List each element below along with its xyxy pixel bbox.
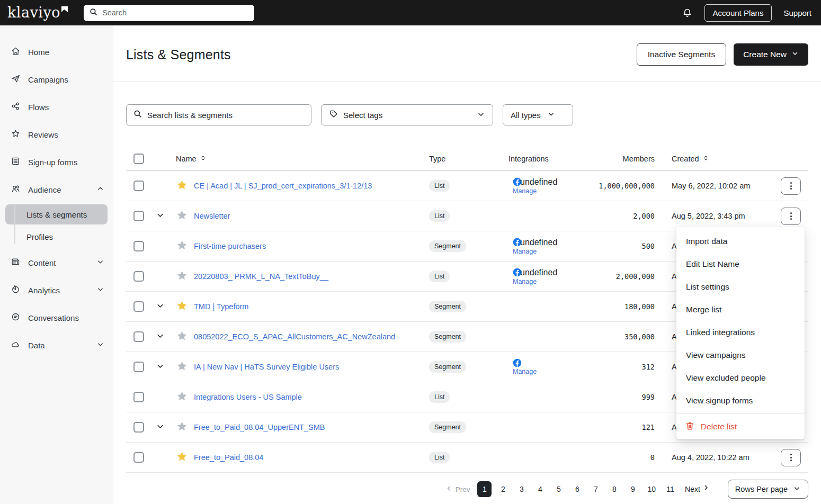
rows-per-page-button[interactable]: Rows Per page <box>728 480 808 499</box>
pagination-page-10[interactable]: 10 <box>644 481 659 497</box>
row-checkbox[interactable] <box>133 241 144 251</box>
column-header-created[interactable]: Created <box>672 155 699 163</box>
sidebar-subitem-lists-segments[interactable]: Lists & segments <box>5 204 108 224</box>
manage-integrations-link[interactable]: Manage <box>513 368 537 375</box>
pagination-page-8[interactable]: 8 <box>607 481 621 497</box>
expand-chevron-icon[interactable] <box>156 211 165 222</box>
sidebar-item-home[interactable]: Home <box>0 38 113 66</box>
row-checkbox[interactable] <box>133 271 144 282</box>
menu-item-import-data[interactable]: Import data <box>676 230 805 253</box>
list-name-link[interactable]: 20220803_ PRMK_L_NA_TextToBuy__ <box>194 272 429 281</box>
column-header-type[interactable]: Type <box>429 155 508 163</box>
menu-item-list-settings[interactable]: List settings <box>676 275 805 298</box>
sidebar-item-data[interactable]: Data <box>0 331 113 359</box>
select-all-checkbox[interactable] <box>133 154 144 164</box>
sort-icon[interactable] <box>702 155 709 163</box>
row-context-menu: Import dataEdit List NameList settingsMe… <box>676 227 805 439</box>
table-row: CE | Acad | JL | SJ_prod_cert_expiration… <box>126 171 808 201</box>
pagination-next[interactable]: Next <box>685 485 711 494</box>
pagination-page-7[interactable]: 7 <box>588 481 603 497</box>
sidebar-item-sign-up-forms[interactable]: Sign-up forms <box>0 148 113 176</box>
select-tags-dropdown[interactable]: Select tags <box>321 104 493 125</box>
sidebar-subitem-label: Lists & segments <box>26 210 87 219</box>
column-header-name[interactable]: Name <box>176 155 197 163</box>
list-name-link[interactable]: First-time purchasers <box>194 242 429 250</box>
list-name-link[interactable]: CE | Acad | JL | SJ_prod_cert_expiration… <box>194 182 429 190</box>
row-actions-kebab-button[interactable] <box>781 177 801 195</box>
facebook-icon <box>513 358 522 367</box>
type-badge: List <box>429 391 450 403</box>
all-types-dropdown[interactable]: All types <box>503 104 573 125</box>
list-name-link[interactable]: 08052022_ECO_S_APAC_AllCustomers_AC_NewZ… <box>194 332 429 341</box>
pagination-page-11[interactable]: 11 <box>663 481 677 497</box>
pagination-page-9[interactable]: 9 <box>626 481 640 497</box>
menu-item-edit-list-name[interactable]: Edit List Name <box>676 253 805 275</box>
menu-item-linked-integrations[interactable]: Linked integrations <box>676 321 805 344</box>
klaviyo-logo-text: klaviyo <box>7 5 60 21</box>
row-checkbox[interactable] <box>133 422 144 433</box>
sidebar-item-audience[interactable]: Audience <box>0 176 113 203</box>
chevron-down-icon <box>791 50 799 59</box>
pagination-page-4[interactable]: 4 <box>533 481 547 497</box>
google-icon: undefined <box>520 268 557 277</box>
menu-item-view-signup-forms[interactable]: View signup forms <box>676 389 805 412</box>
expand-chevron-icon[interactable] <box>156 301 165 312</box>
sidebar-item-analytics[interactable]: Analytics <box>0 276 113 304</box>
notifications-bell-icon[interactable] <box>682 7 693 19</box>
column-header-integrations[interactable]: Integrations <box>508 155 588 163</box>
inactive-segments-button[interactable]: Inactive Segments <box>637 43 727 66</box>
row-checkbox[interactable] <box>133 211 144 221</box>
prev-label: Prev <box>456 485 470 493</box>
pagination-page-1[interactable]: 1 <box>477 481 492 497</box>
sort-icon[interactable] <box>200 155 207 163</box>
pagination-prev[interactable]: Prev <box>445 485 470 493</box>
list-name-link[interactable]: TMD | Typeform <box>194 302 429 311</box>
list-name-link[interactable]: Free_to_Paid_08.04_UpperENT_SMB <box>194 423 429 431</box>
row-actions-kebab-button[interactable] <box>781 449 801 466</box>
pagination-page-2[interactable]: 2 <box>496 481 510 497</box>
sidebar-item-flows[interactable]: Flows <box>0 93 113 121</box>
create-new-button[interactable]: Create New <box>734 43 808 66</box>
integrations-cell: undefinedManage <box>508 268 588 285</box>
sidebar-item-conversations[interactable]: Conversations <box>0 304 113 331</box>
menu-item-merge-list[interactable]: Merge list <box>676 298 805 321</box>
pagination-page-5[interactable]: 5 <box>551 481 566 497</box>
chevron-down-icon <box>96 285 104 295</box>
list-name-link[interactable]: IA | New Nav | HaTS Survey Eligible User… <box>194 363 429 371</box>
row-checkbox[interactable] <box>133 301 144 312</box>
lists-search-input[interactable] <box>147 111 305 120</box>
sidebar-item-reviews[interactable]: Reviews <box>0 121 113 148</box>
sidebar-subitem-profiles[interactable]: Profiles <box>5 227 108 247</box>
global-search-input[interactable] <box>102 8 249 17</box>
page-title: Lists & Segments <box>126 47 231 62</box>
sidebar-item-content[interactable]: Content <box>0 249 113 276</box>
table-row: Free_to_Paid_08.04List0Aug 4, 2022, 10:2… <box>126 443 808 473</box>
pagination-page-6[interactable]: 6 <box>570 481 584 497</box>
menu-item-view-campaigns[interactable]: View campaigns <box>676 344 805 366</box>
menu-item-delete-list[interactable]: Delete list <box>676 414 805 439</box>
global-search[interactable] <box>84 5 254 21</box>
row-checkbox[interactable] <box>133 331 144 342</box>
klaviyo-logo[interactable]: klaviyo <box>7 5 68 21</box>
manage-integrations-link[interactable]: Manage <box>513 187 537 195</box>
row-checkbox[interactable] <box>133 181 144 191</box>
expand-chevron-icon[interactable] <box>156 422 165 433</box>
expand-chevron-icon[interactable] <box>156 331 165 343</box>
row-checkbox[interactable] <box>133 392 144 402</box>
list-name-link[interactable]: Free_to_Paid_08.04 <box>194 453 429 462</box>
row-checkbox[interactable] <box>133 452 144 463</box>
sidebar-item-campaigns[interactable]: Campaigns <box>0 66 113 93</box>
list-name-link[interactable]: Newsletter <box>194 212 429 220</box>
manage-integrations-link[interactable]: Manage <box>513 248 537 255</box>
row-actions-kebab-button[interactable] <box>781 208 801 225</box>
row-checkbox[interactable] <box>133 362 144 372</box>
pagination-page-3[interactable]: 3 <box>514 481 529 497</box>
list-name-link[interactable]: Integrations Users - US Sample <box>194 393 429 401</box>
support-link[interactable]: Support <box>783 8 811 17</box>
expand-chevron-icon[interactable] <box>156 362 165 373</box>
lists-search[interactable] <box>126 104 311 125</box>
account-plans-button[interactable]: Account Plans <box>704 4 772 22</box>
column-header-members[interactable]: Members <box>588 155 662 163</box>
manage-integrations-link[interactable]: Manage <box>513 278 537 285</box>
menu-item-view-excluded-people[interactable]: View excluded people <box>676 366 805 389</box>
